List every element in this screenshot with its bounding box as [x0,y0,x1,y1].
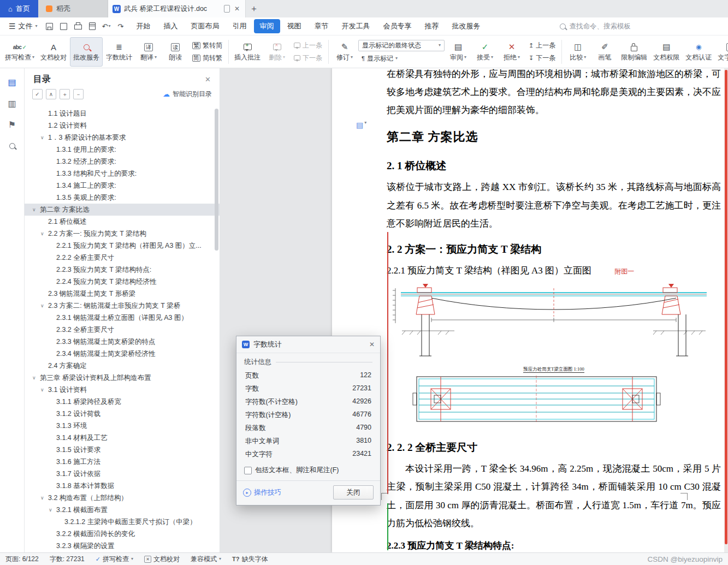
menu-tab-页面布局[interactable]: 页面布局 [185,19,226,33]
collapse-icon[interactable]: ∧ [46,89,56,99]
toc-item[interactable]: ∨3.2 构造布置（上部结构） [25,492,220,504]
spellcheck-toggle[interactable]: ✓ 拼写检查 ▾ [96,555,133,564]
toc-item[interactable]: 3.2.3 横隔梁的设置 [25,540,220,552]
document-page[interactable]: 在桥梁具有独特的外形，应与周围的环境相协调；城市桥梁和旅游地区的桥梁，可较多地考… [332,68,724,552]
thumbnails-icon[interactable]: ▥ [8,98,16,108]
toc-item[interactable]: ∨第二章 方案比选 [25,204,220,216]
bookmark-icon[interactable]: ⚑ [8,120,16,129]
toc-item[interactable]: 3.1.5 设计要求 [25,444,220,456]
toc-item[interactable]: 1.3.4 施工上的要求: [25,180,220,192]
simp-to-trad-button[interactable]: 简简转繁 [189,53,226,63]
export-button[interactable] [57,20,70,32]
menu-tab-视图[interactable]: 视图 [281,19,307,33]
toc-item[interactable]: 2.3 钢筋混凝土简支 T 形桥梁 [25,288,220,300]
next-change-button[interactable]: ↧下一条 [525,53,559,63]
chevron-down-icon[interactable]: ∨ [40,300,44,312]
menu-tab-开始[interactable]: 开始 [131,19,157,33]
toc-item[interactable]: 1.3.2 经济上的要求: [25,156,220,168]
docer-tab[interactable]: 稻壳 [38,0,108,17]
file-menu-button[interactable]: ☰ 文件 ▾ [4,20,42,33]
toc-item[interactable]: 3.2.2 横截面沿跨长的变化 [25,528,220,540]
find-icon[interactable] [9,141,15,151]
spellcheck-button[interactable]: abc拼写检查▾ [2,37,37,67]
page-indicator[interactable]: 页面: 6/122 [5,555,39,564]
chevron-down-icon[interactable]: ∨ [49,504,52,516]
print-preview-button[interactable] [86,20,99,32]
insert-comment-button[interactable]: 插入批注 [232,37,263,67]
toc-item[interactable]: 2.4 方案确定 [25,360,220,372]
chevron-down-icon[interactable]: ∨ [40,132,44,144]
menu-tab-章节[interactable]: 章节 [309,19,335,33]
toc-item[interactable]: ∨3.1 设计资料 [25,384,220,396]
accept-button[interactable]: ✓接受▾ [472,37,498,67]
menu-tab-会员专享[interactable]: 会员专享 [377,19,418,33]
chevron-down-icon[interactable]: ∨ [40,492,44,504]
dialog-close-icon[interactable]: ✕ [369,341,375,348]
print-button[interactable] [72,20,85,32]
redo-button[interactable]: ↷ [114,20,127,32]
toc-item[interactable]: ∨第三章 桥梁设计资料及上部构造布置 [25,372,220,384]
toc-item[interactable]: 3.1.6 施工方法 [25,456,220,468]
menu-tab-审阅[interactable]: 审阅 [254,19,280,33]
chevron-down-icon[interactable]: ∨ [32,372,36,384]
device-preview-icon[interactable] [224,5,230,13]
toc-item[interactable]: 2.3.4 钢筋混凝土简支梁桥经济性 [25,348,220,360]
restrict-edit-button[interactable]: 限制编辑 [618,37,650,67]
toc-item[interactable]: 3.1.8 基本计算数据 [25,480,220,492]
word-count-button[interactable]: ≣字数统计 [103,37,135,67]
select-all-icon[interactable]: ✓ [32,89,43,99]
toc-item[interactable]: ∨2.2 方案一: 预应力简支 T 梁结构 [25,228,220,240]
toc-item[interactable]: 1.3.5 美观上的要求: [25,192,220,204]
correction-service-button[interactable]: 批改服务 [70,37,103,67]
toc-item[interactable]: 1.2 设计资料 [25,120,220,132]
show-markup-button[interactable]: ¶显示标记▾ [358,53,445,64]
markup-state-select[interactable]: 显示标记的最终状态▾ [358,40,445,51]
toc-panel-icon[interactable]: ▤ [8,77,16,87]
tips-link[interactable]: ▸ 操作技巧 [243,488,281,497]
toc-item[interactable]: 2.2.2 全桥主要尺寸 [25,252,220,264]
toc-item[interactable]: 3.2.1.2 主梁跨中截面主要尺寸拟订（中梁） [25,516,220,528]
chevron-down-icon[interactable]: ∨ [32,204,36,216]
menu-tab-推荐[interactable]: 推荐 [419,19,445,33]
compat-mode-indicator[interactable]: 兼容模式 ▾ [191,555,221,564]
toc-item[interactable]: ∨3.2.1 横截面布置 [25,504,220,516]
bridge-plan-figure[interactable] [412,374,721,431]
toc-item[interactable]: 2.1 桥位概述 [25,216,220,228]
doc-proofread-button[interactable]: A文档校对 [38,37,69,67]
compare-button[interactable]: ◫比较▾ [565,37,591,67]
toc-item[interactable]: ∨1．3 桥梁设计的基本要求 [25,132,220,144]
menu-tab-开发工具[interactable]: 开发工具 [336,19,376,33]
toc-item[interactable]: 3.1.4 材料及工艺 [25,432,220,444]
review-button[interactable]: ▤审阅▾ [445,37,471,67]
toc-scrollbar[interactable] [215,109,218,251]
doc-permission-button[interactable]: ▤文档权限 [650,37,682,67]
ink-button[interactable]: ✐画笔 [591,37,618,67]
proofread-toggle[interactable]: ✕ 文档校对 [144,555,180,564]
chevron-down-icon[interactable]: ∨ [40,228,44,240]
toc-item[interactable]: 2.2.3 预应力简支 T 梁结构特点: [25,264,220,276]
track-changes-button[interactable]: ✎修订▾ [332,37,358,67]
menu-tab-引用[interactable]: 引用 [227,19,253,33]
document-scrollbar[interactable] [724,68,728,552]
prev-change-button[interactable]: ↥上一条 [525,40,559,51]
comment-indicator-icon[interactable]: ▤▾ [356,121,366,129]
toc-item[interactable]: 3.1.1 桥梁跨径及桥宽 [25,396,220,408]
include-footnotes-checkbox[interactable]: 包括文本框、脚注和尾注(F) [244,466,372,475]
collapse-level-icon[interactable]: － [73,89,84,99]
translate-button[interactable]: 译翻译▾ [135,37,162,67]
menu-tab-批改服务[interactable]: 批改服务 [446,19,487,33]
toc-item[interactable]: 3.1.7 设计依据 [25,468,220,480]
word-count-indicator[interactable]: 字数: 27231 [50,555,85,564]
toc-item[interactable]: 1.1 设计题目 [25,108,220,120]
toc-item[interactable]: 2.2.1 预应力简支 T 梁结构（祥图见 A3 图）立... [25,240,220,252]
delete-comment-button[interactable]: 删除▾ [264,37,290,67]
toc-item[interactable]: 2.3.2 全桥主要尺寸 [25,324,220,336]
toc-item[interactable]: 2.3.3 钢筋混凝土简支桥梁的特点 [25,336,220,348]
dialog-titlebar[interactable]: W 字数统计 ✕ [236,336,380,353]
toc-item[interactable]: 2.3.1 钢筋混凝土桥立面图（详图见 A3 图） [25,312,220,324]
toc-item[interactable]: 2.2.4 预应力简支 T 梁结构经济性 [25,276,220,288]
reject-button[interactable]: ✕拒绝▾ [499,37,525,67]
command-search[interactable]: 查找命令、搜索模板 [560,22,724,31]
smart-recognize-button[interactable]: ☁ 智能识别目录 [163,90,212,99]
tab-close-icon[interactable]: ✕ [233,5,241,13]
